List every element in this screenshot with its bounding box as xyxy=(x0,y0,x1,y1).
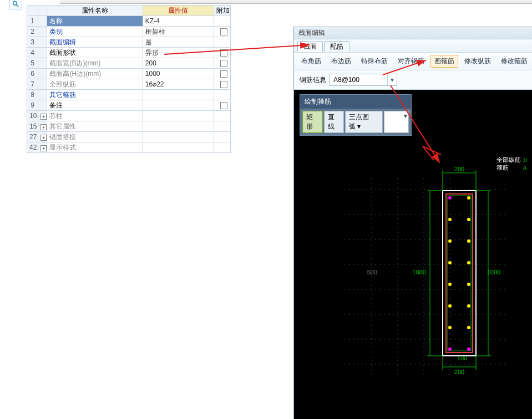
expand-cell[interactable]: + xyxy=(38,132,47,142)
prop-value[interactable]: 200 xyxy=(143,58,214,69)
table-row[interactable]: 15+其它属性 xyxy=(27,121,231,132)
svg-point-31 xyxy=(467,304,470,308)
prop-value[interactable] xyxy=(143,90,214,100)
tool-panel-title: 绘制箍筋 xyxy=(300,95,411,109)
expand-cell xyxy=(38,90,47,100)
svg-line-1 xyxy=(17,5,19,7)
svg-text:100: 100 xyxy=(457,355,467,361)
svg-text:1000: 1000 xyxy=(413,269,426,275)
col-attach[interactable]: 附加 xyxy=(214,6,230,16)
magnify-icon[interactable] xyxy=(9,0,22,9)
expand-cell xyxy=(38,58,47,69)
checkbox-icon[interactable] xyxy=(220,28,227,35)
prop-name: 显示样式 xyxy=(47,142,143,153)
attach-cell[interactable] xyxy=(214,69,230,79)
cmd-corner[interactable]: 布角筋 xyxy=(297,55,325,68)
table-row[interactable]: 8其它箍筋 xyxy=(27,90,231,100)
cmd-special[interactable]: 特殊布筋 xyxy=(357,55,392,68)
table-row[interactable]: 6截面高(H边)(mm)1000 xyxy=(27,69,231,79)
prop-value[interactable]: 框架柱 xyxy=(143,27,214,37)
svg-text:箍筋: 箍筋 xyxy=(496,164,509,171)
prop-value[interactable] xyxy=(143,121,214,132)
table-row[interactable]: 1名称KZ-4 xyxy=(27,16,231,27)
table-row[interactable]: 2类别框架柱 xyxy=(27,27,231,37)
attach-cell xyxy=(214,121,230,132)
section-editor: 截面编辑 截面 配筋 布角筋 布边筋 特殊布筋 对齐钢筋 画箍筋 修改纵筋 修改… xyxy=(293,27,532,419)
expand-icon[interactable]: + xyxy=(40,145,47,151)
svg-point-27 xyxy=(467,261,470,264)
prop-value[interactable]: 是 xyxy=(143,37,214,48)
table-row[interactable]: 3截面编辑是 xyxy=(27,37,231,48)
checkbox-icon[interactable] xyxy=(220,102,227,109)
expand-cell xyxy=(38,27,47,37)
row-number: 42 xyxy=(27,142,38,153)
property-grid[interactable]: 属性名称 属性值 附加 1名称KZ-42类别框架柱3截面编辑是4截面形状异形5截… xyxy=(27,5,231,153)
tab-rebar[interactable]: 配筋 xyxy=(324,41,349,52)
expand-icon[interactable]: + xyxy=(40,114,47,120)
prop-value[interactable]: 16⌀22 xyxy=(143,79,214,90)
expand-icon[interactable]: + xyxy=(40,124,47,130)
table-row[interactable]: 4截面形状异形 xyxy=(27,48,231,58)
svg-point-21 xyxy=(467,348,470,351)
checkbox-icon[interactable] xyxy=(220,49,227,57)
attach-cell[interactable] xyxy=(214,48,230,58)
expand-cell xyxy=(38,100,47,111)
attach-cell xyxy=(214,16,230,27)
table-row[interactable]: 42+显示样式 xyxy=(27,142,231,153)
prop-value[interactable] xyxy=(143,132,214,142)
drawing-canvas[interactable]: 绘制箍筋 矩形 直线 三点画弧 ▾ ▾ xyxy=(294,90,532,419)
editor-cmdbar: 布角筋 布边筋 特殊布筋 对齐钢筋 画箍筋 修改纵筋 修改箍筋 编辑弯 xyxy=(294,52,532,70)
row-number: 27 xyxy=(27,132,38,142)
attach-cell[interactable] xyxy=(214,27,230,37)
row-number: 15 xyxy=(27,121,38,132)
svg-text:500: 500 xyxy=(367,269,377,275)
checkbox-icon[interactable] xyxy=(220,81,227,88)
svg-text:200: 200 xyxy=(454,369,464,375)
expand-cell[interactable]: + xyxy=(38,111,47,121)
checkbox-icon[interactable] xyxy=(220,60,227,67)
tool-rectangle[interactable]: 矩形 xyxy=(302,111,323,133)
expand-cell[interactable]: + xyxy=(38,142,47,153)
col-name[interactable]: 属性名称 xyxy=(47,6,143,16)
col-value[interactable]: 属性值 xyxy=(143,6,214,16)
svg-point-25 xyxy=(467,239,470,243)
prop-value[interactable]: 异形 xyxy=(143,48,214,58)
attach-cell[interactable] xyxy=(214,58,230,69)
cmd-modify-stirrup[interactable]: 修改箍筋 xyxy=(497,55,531,68)
expand-cell[interactable]: + xyxy=(38,121,47,132)
prop-value[interactable] xyxy=(143,111,214,121)
attach-cell[interactable] xyxy=(214,100,230,111)
svg-point-19 xyxy=(467,196,470,200)
table-row[interactable]: 27+锚固搭接 xyxy=(27,132,231,142)
attach-cell xyxy=(214,132,230,142)
rebar-combo[interactable]: A8@100 ▾ xyxy=(330,74,397,86)
table-row[interactable]: 7全部纵筋16⌀22 xyxy=(27,79,231,90)
attach-cell xyxy=(214,111,230,121)
prop-name: 全部纵筋 xyxy=(47,79,143,90)
expand-icon[interactable]: + xyxy=(40,135,47,141)
col-num xyxy=(27,6,38,16)
table-row[interactable]: 10+芯柱 xyxy=(27,111,231,121)
table-row[interactable]: 5截面宽(B边)(mm)200 xyxy=(27,58,231,69)
row-number: 5 xyxy=(27,58,38,69)
editor-tabbar: 截面 配筋 xyxy=(294,39,532,52)
cmd-edge[interactable]: 布边筋 xyxy=(327,55,355,68)
row-number: 6 xyxy=(27,69,38,79)
attach-cell[interactable] xyxy=(214,79,230,90)
prop-value[interactable]: KZ-4 xyxy=(143,16,214,27)
row-number: 4 xyxy=(27,48,38,58)
prop-name: 截面宽(B边)(mm) xyxy=(47,58,143,69)
prop-value[interactable]: 1000 xyxy=(143,69,214,79)
row-number: 10 xyxy=(27,111,38,121)
prop-value[interactable] xyxy=(143,100,214,111)
prop-name: 锚固搭接 xyxy=(47,132,143,142)
prop-value[interactable] xyxy=(143,142,214,153)
table-row[interactable]: 9备注 xyxy=(27,100,231,111)
svg-text:16C22: 16C22 xyxy=(523,156,527,163)
cmd-align[interactable]: 对齐钢筋 xyxy=(394,55,428,68)
checkbox-icon[interactable] xyxy=(220,70,227,78)
cmd-modify-long[interactable]: 修改纵筋 xyxy=(460,55,495,68)
tab-section[interactable]: 截面 xyxy=(297,41,323,52)
prop-name: 备注 xyxy=(47,100,143,111)
cmd-draw-stirrup[interactable]: 画箍筋 xyxy=(430,55,458,68)
